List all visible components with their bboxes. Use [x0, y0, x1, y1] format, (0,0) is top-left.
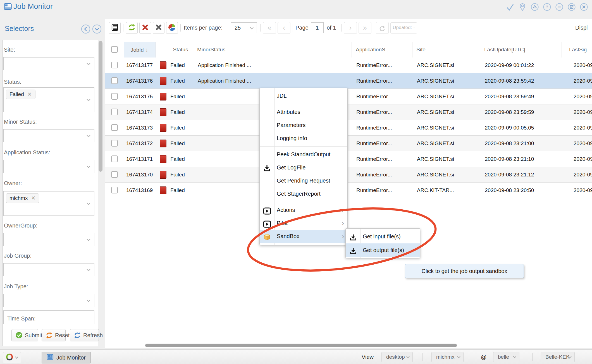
view-select[interactable]: desktop [381, 352, 413, 362]
cell-sig: 2020-09-0 [562, 73, 592, 88]
column-header-site[interactable]: Site [412, 42, 480, 58]
field-label-owner: Owner: [4, 180, 22, 186]
column-header-staticon[interactable] [156, 42, 168, 58]
cell-app: RuntimeError... [352, 151, 412, 167]
row-checkbox[interactable] [111, 109, 118, 115]
collapse-panel-button[interactable] [81, 24, 90, 34]
status-failed-icon [160, 171, 166, 179]
menu-item-peek-standardoutput[interactable]: Peek StandardOutput [260, 148, 347, 161]
field-select-site[interactable] [3, 57, 94, 70]
field-select-status[interactable]: Failed✕ [3, 87, 94, 112]
first-page-button[interactable]: « [263, 22, 276, 34]
field-select-jobtype[interactable] [3, 294, 94, 307]
reload-table-button[interactable] [376, 22, 389, 34]
kill-jobs-button[interactable] [153, 22, 164, 34]
row-checkbox[interactable] [111, 187, 118, 193]
row-checkbox[interactable] [111, 62, 118, 68]
group-value: belle [498, 354, 509, 360]
chevron-down-icon [86, 268, 91, 272]
restore-icon[interactable] [567, 3, 576, 11]
taskbar-job-monitor-button[interactable]: Job Monitor [42, 352, 91, 363]
minimize-icon[interactable] [555, 3, 564, 11]
remove-tag-icon[interactable]: ✕ [31, 195, 35, 201]
cell-sig: 2020-09-0 [562, 136, 592, 151]
collapse-triangle-icon[interactable] [531, 3, 539, 11]
cell-jobid: 167413169 [124, 183, 156, 198]
table-row[interactable]: 167413174FailedRuntimeError...ARC.SIGNET… [105, 104, 592, 120]
column-header-status[interactable]: Status [168, 42, 193, 58]
column-header-minor[interactable]: MinorStatus [193, 42, 352, 58]
user-select[interactable]: michmx [431, 352, 464, 362]
status-failed-icon [160, 186, 166, 194]
page-title: Job Monitor [13, 2, 53, 11]
reset-button[interactable]: Reset [42, 329, 66, 341]
menu-item-get-stagerreport[interactable]: Get StagerReport [260, 187, 347, 200]
table-row[interactable]: 167413176FailedApplication Finished ...R… [105, 73, 592, 89]
table-row[interactable]: 167413172FailedRuntimeError...ARC.SIGNET… [105, 136, 592, 151]
refresh-jobs-button[interactable] [126, 22, 138, 34]
table-row[interactable]: 167413171FailedRuntimeError...ARC.SIGNET… [105, 151, 592, 167]
submit-button[interactable]: Submit [11, 329, 38, 341]
check-icon [506, 3, 514, 11]
app-window-icon [47, 354, 54, 361]
row-checkbox[interactable] [111, 93, 118, 100]
field-select-jobgroup[interactable] [3, 263, 94, 276]
field-select-owner[interactable]: michmx✕ [3, 191, 94, 216]
help-icon[interactable]: ? [543, 3, 551, 11]
column-header-app[interactable]: ApplicationS... [352, 42, 412, 58]
field-select-minorstatus[interactable] [3, 129, 94, 142]
column-header-updated[interactable]: LastUpdate[UTC] [480, 42, 562, 58]
prev-page-button[interactable]: ‹ [278, 22, 290, 34]
main-menu-button[interactable] [3, 352, 21, 363]
cell-app: RuntimeError... [352, 104, 412, 120]
columns-list-button[interactable] [109, 22, 121, 34]
table-row[interactable]: 167413177FailedApplication Finished ...R… [105, 58, 592, 73]
menu-item-parameters[interactable]: Parameters [260, 119, 347, 132]
close-icon[interactable] [580, 3, 588, 11]
table-row[interactable]: 167413175FailedRuntimeError...ARC.SIGNET… [105, 89, 592, 104]
field-select-applicationstatus[interactable] [3, 160, 94, 173]
row-checkbox[interactable] [111, 171, 118, 178]
updated-button[interactable]: Updated: - [390, 22, 417, 33]
cell-jobid: 167413170 [124, 167, 156, 182]
menu-item-pilot[interactable]: Pilot› [260, 217, 347, 230]
row-checkbox[interactable] [111, 124, 118, 131]
menu-item-logging-info[interactable]: Logging info [260, 132, 347, 145]
menu-item-sandbox[interactable]: SandBox› [260, 230, 347, 243]
last-page-button[interactable]: » [359, 22, 371, 34]
column-header-select[interactable] [106, 42, 124, 58]
column-header-sig[interactable]: LastSig [562, 42, 592, 58]
column-header-jobid[interactable]: JobId↓ [124, 42, 156, 58]
next-page-button[interactable]: › [344, 22, 357, 34]
menu-item-jdl[interactable]: JDL [260, 89, 347, 102]
items-per-page-select[interactable]: 25 [231, 22, 257, 33]
table-row[interactable]: 167413170FailedRuntimeError...ARC.SIGNET… [105, 167, 592, 183]
row-checkbox[interactable] [111, 77, 118, 84]
menu-item-attributes[interactable]: Attributes [260, 106, 347, 119]
remove-tag-icon[interactable]: ✕ [27, 91, 32, 97]
menu-item-get-logfile[interactable]: Get LogFile [260, 161, 347, 174]
select-all-checkbox[interactable] [111, 46, 118, 53]
submenu-item-get-input-file-s-[interactable]: Get input file(s) [346, 230, 420, 243]
horizontal-scrollbar[interactable] [145, 344, 457, 347]
setup-select[interactable]: Belle-KEK [541, 352, 575, 362]
field-select-ownergroup[interactable] [3, 233, 94, 246]
delete-jobs-button[interactable] [139, 22, 151, 34]
table-row[interactable]: 167413173FailedRuntimeError...ARC.SIGNET… [105, 120, 592, 136]
field-label-jobtype: Job Type: [4, 283, 28, 290]
submenu-item-get-output-file-s-[interactable]: Get output file(s) [346, 243, 420, 257]
sidebar-scrollbar[interactable] [99, 41, 102, 172]
row-checkbox[interactable] [111, 140, 118, 147]
row-checkbox[interactable] [111, 155, 118, 162]
menu-item-actions[interactable]: Actions› [260, 203, 347, 217]
download-icon [263, 164, 271, 172]
expand-panel-button[interactable] [92, 24, 102, 34]
field-label-jobgroup: Job Group: [4, 253, 32, 259]
menu-item-get-pending-request[interactable]: Get Pending Request [260, 174, 347, 187]
cell-jobid: 167413175 [124, 89, 156, 104]
page-number-input[interactable] [311, 22, 324, 33]
table-row[interactable]: 167413169FailedRuntimeError...ARC.KIT-TA… [105, 183, 592, 198]
refresh-button[interactable]: Refresh [70, 329, 99, 341]
group-select[interactable]: belle [493, 352, 519, 362]
statistics-button[interactable] [166, 22, 178, 34]
